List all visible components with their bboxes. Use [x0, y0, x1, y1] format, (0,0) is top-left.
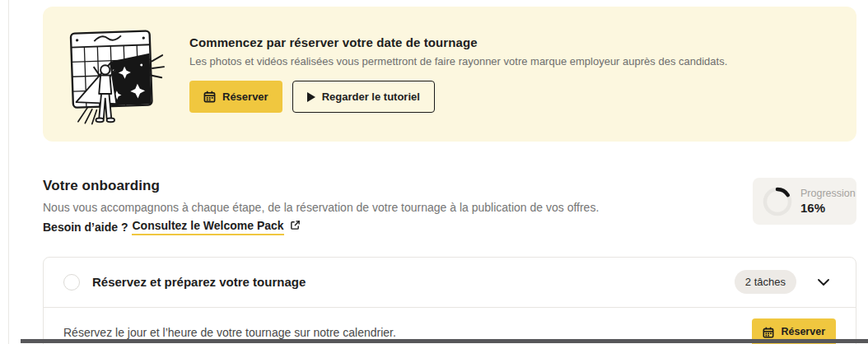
calendar-icon: [203, 91, 216, 103]
watch-tutorial-label: Regarder le tutoriel: [322, 91, 420, 102]
task-description: Réservez le jour et l’heure de votre tou…: [63, 326, 396, 339]
onboarding-header: Votre onboarding Nous vous accompagnons …: [43, 178, 856, 235]
task-count-badge: 2 tâches: [735, 270, 796, 294]
play-icon: [307, 92, 315, 102]
watch-tutorial-button[interactable]: Regarder le tutoriel: [292, 81, 435, 113]
task-group-header[interactable]: Réservez et préparez votre tournage 2 tâ…: [44, 258, 856, 307]
booking-banner: Commencez par réserver votre date de tou…: [43, 7, 856, 142]
help-line: Besoin d’aide ? Consultez le Welcome Pac…: [43, 219, 599, 235]
external-link-icon: [290, 220, 301, 230]
progress-ring: [763, 187, 792, 216]
chevron-down-icon[interactable]: [818, 279, 829, 286]
progress-card: Progression 16%: [753, 178, 856, 225]
task-reserve-label: Réserver: [781, 327, 825, 337]
progress-value: 16%: [800, 201, 856, 215]
sidebar-divider: [8, 0, 9, 344]
task-group-checkbox[interactable]: [63, 274, 80, 291]
calendar-reveal-illustration: [64, 21, 165, 129]
page-title: Votre onboarding: [43, 178, 599, 194]
task-group-card: Réservez et préparez votre tournage 2 tâ…: [43, 257, 856, 344]
reserve-button-label: Réserver: [222, 91, 268, 102]
progress-label: Progression: [800, 188, 856, 199]
banner-actions: Réserver Regarder le tutoriel: [189, 81, 727, 113]
banner-text: Commencez par réserver votre date de tou…: [189, 35, 727, 113]
welcome-pack-link[interactable]: Consultez le Welcome Pack: [132, 219, 283, 235]
main-content: Commencez par réserver votre date de tou…: [43, 7, 856, 344]
banner-title: Commencez par réserver votre date de tou…: [189, 35, 727, 49]
banner-subtitle: Les photos et vidéos réalisées vous perm…: [189, 55, 727, 67]
help-prefix: Besoin d’aide ?: [43, 221, 128, 234]
reserve-button[interactable]: Réserver: [189, 81, 282, 113]
calendar-icon: [763, 327, 774, 338]
task-group-title: Réservez et préparez votre tournage: [92, 275, 306, 289]
onboarding-description: Nous vous accompagnons à chaque étape, d…: [43, 200, 599, 216]
window-edge: [21, 339, 868, 343]
onboarding-text: Votre onboarding Nous vous accompagnons …: [43, 178, 599, 235]
progress-text: Progression 16%: [800, 188, 856, 215]
onboarding-page: Commencez par réserver votre date de tou…: [0, 0, 868, 344]
